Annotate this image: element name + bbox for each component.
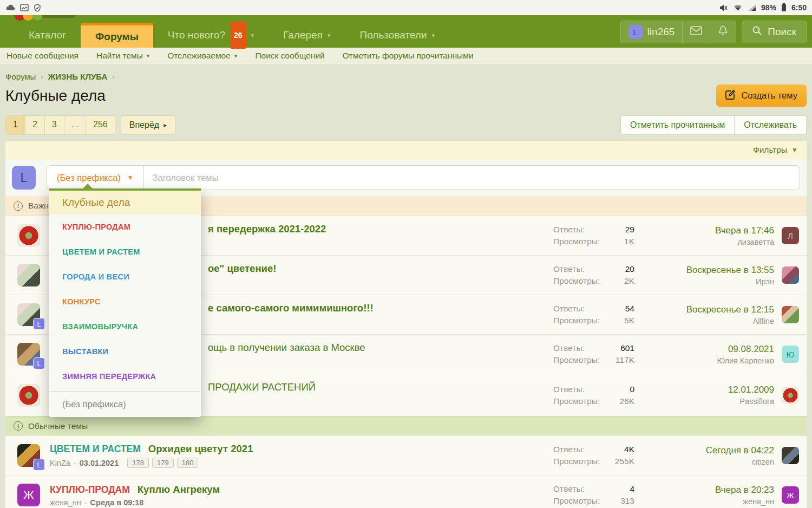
section-normal-threads: i Обычные темы <box>5 416 807 435</box>
thread-title[interactable]: ое" цветение! <box>208 263 276 275</box>
tab-forums[interactable]: Форумы <box>81 23 153 48</box>
views-label: Просмотры: <box>553 316 607 325</box>
account-menu[interactable]: L lin265 <box>621 21 683 43</box>
thread-title[interactable]: Орхидеи цветут 2021 <box>148 443 253 455</box>
avatar[interactable]: Ю <box>782 346 799 363</box>
prefix-option-buy-sell[interactable]: КУПЛЮ-ПРОДАМ <box>49 214 201 239</box>
last-post-user[interactable]: citizen <box>649 458 774 466</box>
avatar[interactable]: L <box>17 343 40 366</box>
last-post-date[interactable]: Воскресенье в 12:15 <box>649 304 774 315</box>
prefix-option-cities[interactable]: ГОРОДА И ВЕСИ <box>49 264 201 289</box>
thread-page-links: 178 179 180 <box>127 458 198 468</box>
page-link[interactable]: 179 <box>152 458 174 468</box>
avatar[interactable]: Л <box>782 227 799 244</box>
breadcrumb-current[interactable]: ЖИЗНЬ КЛУБА <box>48 72 108 81</box>
thread-author[interactable]: KinZa <box>50 459 70 467</box>
avatar[interactable]: L <box>17 444 40 467</box>
avatar: L <box>628 25 643 39</box>
info-circle-icon: i <box>14 421 23 431</box>
thread-prefix[interactable]: КУПЛЮ-ПРОДАМ <box>50 484 130 496</box>
page-link[interactable]: 180 <box>177 458 199 468</box>
avatar[interactable] <box>782 387 799 404</box>
alerts-button[interactable] <box>710 21 736 43</box>
avatar[interactable] <box>17 264 40 286</box>
chevron-down-icon: ▼ <box>791 146 798 154</box>
last-post-user[interactable]: Юлия Карпенко <box>649 356 774 365</box>
avatar[interactable] <box>17 224 40 247</box>
breadcrumb-forums[interactable]: Форумы <box>5 72 36 81</box>
replies-label: Ответы: <box>553 225 607 235</box>
thread-row[interactable]: L ЦВЕТЕМ И РАСТЕМ Орхидеи цветут 2021 Ki… <box>5 435 807 475</box>
page-number-3[interactable]: 3 <box>45 116 64 134</box>
avatar[interactable] <box>782 447 799 464</box>
last-post-user[interactable]: Allfine <box>649 317 774 325</box>
prefix-option-blooming[interactable]: ЦВЕТЕМ И РАСТЕМ <box>49 239 201 264</box>
tab-catalog[interactable]: Каталог <box>14 23 81 48</box>
create-thread-button[interactable]: Создать тему <box>716 84 807 107</box>
search-button[interactable]: Поиск <box>742 21 807 43</box>
prefix-select[interactable]: (Без префикса) ▼ <box>47 166 143 190</box>
page-number-2[interactable]: 2 <box>25 116 45 134</box>
unread-count-badge: 26 <box>230 22 246 49</box>
filters-toggle[interactable]: Фильтры ▼ <box>753 145 798 155</box>
avatar[interactable]: L <box>17 303 40 326</box>
last-post-user[interactable]: женя_нн <box>649 497 774 506</box>
subnav-new-posts[interactable]: Новые сообщения <box>6 51 78 61</box>
avatar[interactable] <box>17 384 40 407</box>
prefix-option-none[interactable]: (Без префикса) <box>49 392 201 417</box>
last-post-date[interactable]: Воскресенье в 13:55 <box>649 265 774 276</box>
thread-row[interactable]: Ж КУПЛЮ-ПРОДАМ Куплю Ангрекум женя_нн · … <box>5 475 807 508</box>
views-count: 5K <box>607 316 634 325</box>
last-post-date[interactable]: 09.08.2021 <box>649 344 774 355</box>
thread-title[interactable]: ощь в получении заказа в Москве <box>208 342 365 354</box>
subnav-search-posts[interactable]: Поиск сообщений <box>255 51 324 61</box>
thread-title[interactable]: е самого-самого мимимишного!!! <box>208 302 374 314</box>
pagination: 1 2 3 ... 256 Вперёд ▸ <box>5 115 175 135</box>
edit-pencil-icon <box>725 89 736 102</box>
avatar[interactable] <box>782 306 799 323</box>
inbox-button[interactable] <box>682 21 710 43</box>
avatar[interactable]: Ж <box>17 484 40 506</box>
thread-title[interactable]: Куплю Ангрекум <box>137 484 220 496</box>
last-post-user[interactable]: Passiflora <box>649 397 774 406</box>
tab-whats-new[interactable]: Что нового? 26 ▾ <box>153 23 269 48</box>
page-link[interactable]: 178 <box>127 458 149 468</box>
site-logo[interactable] <box>14 15 122 23</box>
last-post-date[interactable]: Сегодня в 04:22 <box>649 445 774 456</box>
chevron-down-icon: ▾ <box>328 23 331 48</box>
last-post-date[interactable]: 12.01.2009 <box>649 385 774 395</box>
prefix-option-mutual-help[interactable]: ВЗАИМОВЫРУЧКА <box>49 314 201 339</box>
page-number-1[interactable]: 1 <box>6 116 25 134</box>
tab-users[interactable]: Пользователи▾ <box>345 23 450 48</box>
avatar[interactable] <box>782 266 799 284</box>
avatar[interactable]: L <box>12 166 36 190</box>
chevron-right-icon: › <box>112 73 114 81</box>
views-count: 313 <box>607 496 634 506</box>
prefix-option-contest[interactable]: КОНКУРС <box>49 289 201 314</box>
thread-title[interactable]: я передержка 2021-2022 <box>208 223 326 235</box>
thread-author[interactable]: женя_нн <box>50 498 81 507</box>
mark-read-button[interactable]: Отметить прочитанным <box>621 116 734 134</box>
replies-label: Ответы: <box>553 264 607 274</box>
page-number-last[interactable]: 256 <box>86 116 115 134</box>
last-post-user[interactable]: Ирэн <box>649 277 774 286</box>
watch-forum-button[interactable]: Отслеживать <box>734 116 806 134</box>
prefix-option-winter-care[interactable]: ЗИМНЯЯ ПЕРЕДЕРЖКА <box>49 364 201 389</box>
bell-icon <box>718 25 728 39</box>
subnav-find-threads[interactable]: Найти темы▾ <box>96 51 149 61</box>
thread-title-input[interactable] <box>144 173 800 183</box>
views-label: Просмотры: <box>553 276 607 286</box>
last-post-date[interactable]: Вчера в 17:46 <box>649 225 774 236</box>
last-post-date[interactable]: Вчера в 20:23 <box>649 485 774 496</box>
subnav-mark-forums-read[interactable]: Отметить форумы прочитанными <box>343 51 474 61</box>
prefix-option-exhibitions[interactable]: ВЫСТАВКИ <box>49 339 201 364</box>
thread-prefix[interactable]: ЦВЕТЕМ И РАСТЕМ <box>50 444 141 455</box>
tab-gallery[interactable]: Галерея▾ <box>269 23 345 48</box>
thread-title[interactable]: ПРОДАЖИ РАСТЕНИЙ <box>208 381 316 393</box>
avatar[interactable]: Ж <box>782 486 799 504</box>
last-post-user[interactable]: лизаветта <box>649 238 774 246</box>
views-count: 26K <box>607 396 634 406</box>
replies-label: Ответы: <box>553 385 607 394</box>
subnav-watched[interactable]: Отслеживаемое▾ <box>167 51 237 61</box>
next-page-button[interactable]: Вперёд ▸ <box>121 115 175 135</box>
